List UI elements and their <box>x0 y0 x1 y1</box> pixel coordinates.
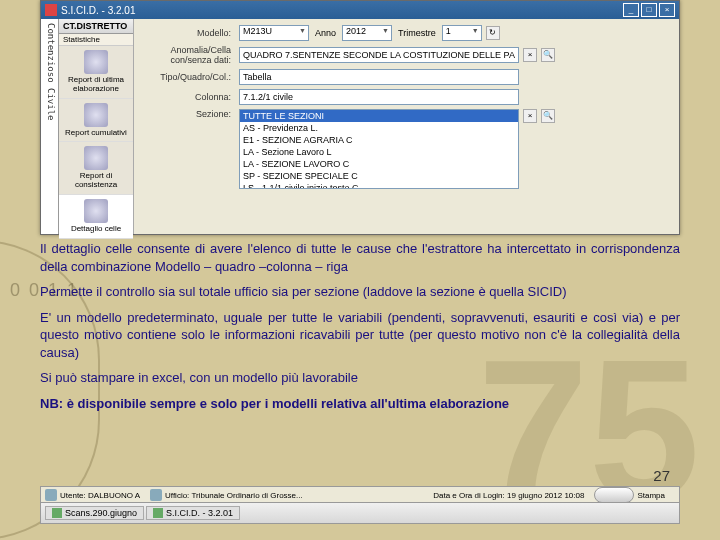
sidebar-item-label: Dettaglio celle <box>61 225 131 234</box>
paragraph-4: Si può stampare in excel, con un modello… <box>40 369 680 387</box>
list-item[interactable]: LA - SEZIONE LAVORO C <box>240 158 518 170</box>
paragraph-3: E' un modello predeterminato, uguale per… <box>40 309 680 362</box>
list-item[interactable]: E1 - SEZIONE AGRARIA C <box>240 134 518 146</box>
paragraph-nb: NB: è disponibile sempre e solo per i mo… <box>40 395 680 413</box>
stampa-label: Stampa <box>637 491 665 500</box>
sidebar: CT.DISTRETTO Statistiche Report di ultim… <box>59 19 134 234</box>
stampa-button[interactable] <box>594 487 634 503</box>
list-item[interactable]: LS - 1.1/1 civile inizio testo C <box>240 182 518 189</box>
refresh-button[interactable]: ↻ <box>486 26 500 40</box>
taskbar-app[interactable]: S.I.CI.D. - 3.2.01 <box>146 506 240 520</box>
status-user: Utente: DALBUONO A <box>60 491 140 500</box>
maximize-button[interactable]: □ <box>641 3 657 17</box>
anomalia-label: Anomalia/Cella con/senza dati: <box>144 45 239 65</box>
sidebar-item-label: Report cumulativi <box>61 129 131 138</box>
anno-label: Anno <box>315 28 336 38</box>
search-button[interactable]: 🔍 <box>541 48 555 62</box>
tipo-input[interactable] <box>239 69 519 85</box>
trimestre-select[interactable]: 1 <box>442 25 482 41</box>
sidebar-item-report-ultima[interactable]: Report di ultima elaborazione <box>59 46 133 99</box>
paragraph-2: Permette il controllo sia sul totale uff… <box>40 283 680 301</box>
sezione-label: Sezione: <box>144 109 239 119</box>
report-icon <box>84 103 108 127</box>
sidebar-subheader: Statistiche <box>59 34 133 46</box>
search-button[interactable]: 🔍 <box>541 109 555 123</box>
status-data: Data e Ora di Login: 19 giugno 2012 10:0… <box>433 491 584 500</box>
app-icon <box>45 4 57 16</box>
sidebar-item-report-cumulativi[interactable]: Report cumulativi <box>59 99 133 143</box>
app-window: S.I.CI.D. - 3.2.01 _ □ × Contenzioso Civ… <box>40 0 680 235</box>
clear-button[interactable]: × <box>523 109 537 123</box>
sidebar-item-label: Report di ultima elaborazione <box>61 76 131 94</box>
report-icon <box>84 146 108 170</box>
minimize-button[interactable]: _ <box>623 3 639 17</box>
sidebar-header: CT.DISTRETTO <box>59 19 133 34</box>
report-icon <box>84 50 108 74</box>
content-text: Il dettaglio celle consente di avere l'e… <box>40 240 680 420</box>
office-icon <box>150 489 162 501</box>
colonna-label: Colonna: <box>144 92 239 102</box>
os-taskbar: Scans.290.giugno S.I.CI.D. - 3.2.01 <box>40 502 680 524</box>
tipo-label: Tipo/Quadro/Col.: <box>144 72 239 82</box>
sidebar-item-label: Report di consistenza <box>61 172 131 190</box>
taskbar-app[interactable]: Scans.290.giugno <box>45 506 144 520</box>
page-number: 27 <box>653 467 670 484</box>
form-area: Modello: M213U Anno 2012 Trimestre 1 ↻ A… <box>134 19 679 234</box>
detail-icon <box>84 199 108 223</box>
list-item[interactable]: SP - SEZIONE SPECIALE C <box>240 170 518 182</box>
anno-select[interactable]: 2012 <box>342 25 392 41</box>
list-item[interactable]: AS - Previdenza L. <box>240 122 518 134</box>
colonna-input[interactable] <box>239 89 519 105</box>
paragraph-1: Il dettaglio celle consente di avere l'e… <box>40 240 680 275</box>
close-button[interactable]: × <box>659 3 675 17</box>
clear-button[interactable]: × <box>523 48 537 62</box>
app-title: S.I.CI.D. - 3.2.01 <box>61 5 621 16</box>
app-icon <box>153 508 163 518</box>
vertical-tab[interactable]: Contenzioso Civile <box>41 19 59 234</box>
modello-label: Modello: <box>144 28 239 38</box>
sezione-listbox[interactable]: TUTTE LE SEZIONI AS - Previdenza L. E1 -… <box>239 109 519 189</box>
modello-select[interactable]: M213U <box>239 25 309 41</box>
sidebar-item-report-consistenza[interactable]: Report di consistenza <box>59 142 133 195</box>
list-item[interactable]: TUTTE LE SEZIONI <box>240 110 518 122</box>
status-ufficio: Ufficio: Tribunale Ordinario di Grosse..… <box>165 491 303 500</box>
list-item[interactable]: LA - Sezione Lavoro L <box>240 146 518 158</box>
anomalia-input[interactable] <box>239 47 519 63</box>
trimestre-label: Trimestre <box>398 28 436 38</box>
sidebar-item-dettaglio-celle[interactable]: Dettaglio celle <box>59 195 133 239</box>
titlebar: S.I.CI.D. - 3.2.01 _ □ × <box>41 1 679 19</box>
user-icon <box>45 489 57 501</box>
file-icon <box>52 508 62 518</box>
